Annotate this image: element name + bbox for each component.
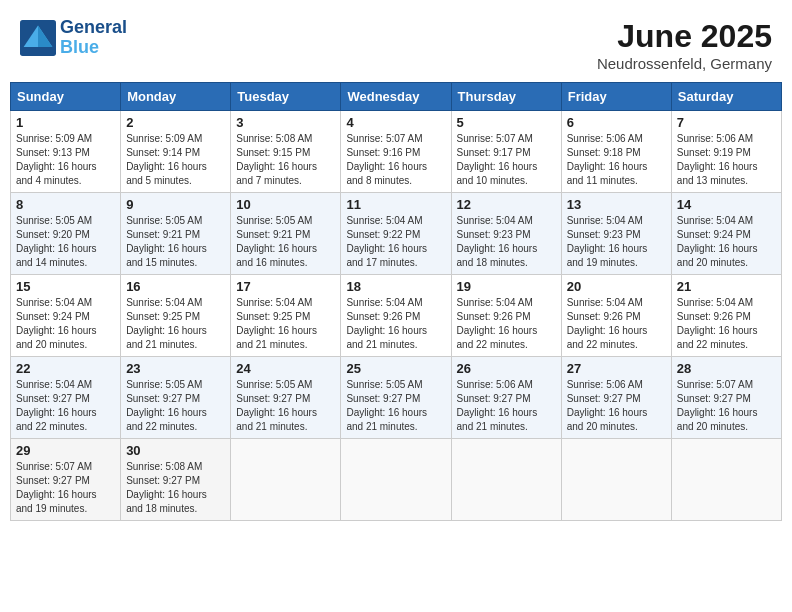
header-thursday: Thursday bbox=[451, 83, 561, 111]
location-title: Neudrossenfeld, Germany bbox=[597, 55, 772, 72]
calendar-cell bbox=[671, 439, 781, 521]
day-info: Sunrise: 5:06 AMSunset: 9:27 PMDaylight:… bbox=[457, 378, 556, 434]
day-info: Sunrise: 5:06 AMSunset: 9:19 PMDaylight:… bbox=[677, 132, 776, 188]
day-number: 15 bbox=[16, 279, 115, 294]
day-info: Sunrise: 5:06 AMSunset: 9:18 PMDaylight:… bbox=[567, 132, 666, 188]
day-info: Sunrise: 5:04 AMSunset: 9:24 PMDaylight:… bbox=[677, 214, 776, 270]
day-number: 27 bbox=[567, 361, 666, 376]
header-tuesday: Tuesday bbox=[231, 83, 341, 111]
day-number: 16 bbox=[126, 279, 225, 294]
day-number: 22 bbox=[16, 361, 115, 376]
day-info: Sunrise: 5:05 AMSunset: 9:21 PMDaylight:… bbox=[126, 214, 225, 270]
header-sunday: Sunday bbox=[11, 83, 121, 111]
calendar-cell: 8Sunrise: 5:05 AMSunset: 9:20 PMDaylight… bbox=[11, 193, 121, 275]
day-number: 26 bbox=[457, 361, 556, 376]
calendar-week-row: 29Sunrise: 5:07 AMSunset: 9:27 PMDayligh… bbox=[11, 439, 782, 521]
day-number: 17 bbox=[236, 279, 335, 294]
day-info: Sunrise: 5:05 AMSunset: 9:27 PMDaylight:… bbox=[346, 378, 445, 434]
calendar-week-row: 8Sunrise: 5:05 AMSunset: 9:20 PMDaylight… bbox=[11, 193, 782, 275]
day-info: Sunrise: 5:05 AMSunset: 9:20 PMDaylight:… bbox=[16, 214, 115, 270]
calendar-cell: 18Sunrise: 5:04 AMSunset: 9:26 PMDayligh… bbox=[341, 275, 451, 357]
day-number: 3 bbox=[236, 115, 335, 130]
calendar-cell: 15Sunrise: 5:04 AMSunset: 9:24 PMDayligh… bbox=[11, 275, 121, 357]
day-info: Sunrise: 5:07 AMSunset: 9:16 PMDaylight:… bbox=[346, 132, 445, 188]
calendar-cell bbox=[561, 439, 671, 521]
logo: General Blue bbox=[20, 18, 127, 58]
page-header: General Blue June 2025 Neudrossenfeld, G… bbox=[10, 10, 782, 76]
day-number: 18 bbox=[346, 279, 445, 294]
calendar-cell bbox=[341, 439, 451, 521]
header-monday: Monday bbox=[121, 83, 231, 111]
day-number: 4 bbox=[346, 115, 445, 130]
calendar-table: SundayMondayTuesdayWednesdayThursdayFrid… bbox=[10, 82, 782, 521]
calendar-cell: 9Sunrise: 5:05 AMSunset: 9:21 PMDaylight… bbox=[121, 193, 231, 275]
calendar-cell bbox=[231, 439, 341, 521]
logo-blue: Blue bbox=[60, 38, 127, 58]
calendar-cell: 16Sunrise: 5:04 AMSunset: 9:25 PMDayligh… bbox=[121, 275, 231, 357]
calendar-week-row: 15Sunrise: 5:04 AMSunset: 9:24 PMDayligh… bbox=[11, 275, 782, 357]
day-number: 1 bbox=[16, 115, 115, 130]
calendar-cell: 4Sunrise: 5:07 AMSunset: 9:16 PMDaylight… bbox=[341, 111, 451, 193]
logo-text: General Blue bbox=[60, 18, 127, 58]
calendar-cell: 26Sunrise: 5:06 AMSunset: 9:27 PMDayligh… bbox=[451, 357, 561, 439]
day-number: 10 bbox=[236, 197, 335, 212]
calendar-cell bbox=[451, 439, 561, 521]
calendar-cell: 19Sunrise: 5:04 AMSunset: 9:26 PMDayligh… bbox=[451, 275, 561, 357]
day-info: Sunrise: 5:07 AMSunset: 9:27 PMDaylight:… bbox=[677, 378, 776, 434]
calendar-week-row: 22Sunrise: 5:04 AMSunset: 9:27 PMDayligh… bbox=[11, 357, 782, 439]
calendar-cell: 22Sunrise: 5:04 AMSunset: 9:27 PMDayligh… bbox=[11, 357, 121, 439]
calendar-cell: 28Sunrise: 5:07 AMSunset: 9:27 PMDayligh… bbox=[671, 357, 781, 439]
day-number: 24 bbox=[236, 361, 335, 376]
day-info: Sunrise: 5:05 AMSunset: 9:27 PMDaylight:… bbox=[126, 378, 225, 434]
calendar-cell: 6Sunrise: 5:06 AMSunset: 9:18 PMDaylight… bbox=[561, 111, 671, 193]
header-saturday: Saturday bbox=[671, 83, 781, 111]
calendar-cell: 29Sunrise: 5:07 AMSunset: 9:27 PMDayligh… bbox=[11, 439, 121, 521]
day-number: 7 bbox=[677, 115, 776, 130]
calendar-cell: 10Sunrise: 5:05 AMSunset: 9:21 PMDayligh… bbox=[231, 193, 341, 275]
day-number: 14 bbox=[677, 197, 776, 212]
day-number: 28 bbox=[677, 361, 776, 376]
logo-icon bbox=[20, 20, 56, 56]
day-number: 13 bbox=[567, 197, 666, 212]
calendar-cell: 25Sunrise: 5:05 AMSunset: 9:27 PMDayligh… bbox=[341, 357, 451, 439]
logo-general: General bbox=[60, 18, 127, 38]
calendar-cell: 5Sunrise: 5:07 AMSunset: 9:17 PMDaylight… bbox=[451, 111, 561, 193]
calendar-cell: 14Sunrise: 5:04 AMSunset: 9:24 PMDayligh… bbox=[671, 193, 781, 275]
day-number: 30 bbox=[126, 443, 225, 458]
day-number: 19 bbox=[457, 279, 556, 294]
calendar-cell: 30Sunrise: 5:08 AMSunset: 9:27 PMDayligh… bbox=[121, 439, 231, 521]
day-info: Sunrise: 5:07 AMSunset: 9:17 PMDaylight:… bbox=[457, 132, 556, 188]
day-info: Sunrise: 5:09 AMSunset: 9:14 PMDaylight:… bbox=[126, 132, 225, 188]
day-number: 2 bbox=[126, 115, 225, 130]
header-friday: Friday bbox=[561, 83, 671, 111]
day-number: 25 bbox=[346, 361, 445, 376]
calendar-cell: 3Sunrise: 5:08 AMSunset: 9:15 PMDaylight… bbox=[231, 111, 341, 193]
calendar-cell: 23Sunrise: 5:05 AMSunset: 9:27 PMDayligh… bbox=[121, 357, 231, 439]
calendar-cell: 12Sunrise: 5:04 AMSunset: 9:23 PMDayligh… bbox=[451, 193, 561, 275]
day-number: 29 bbox=[16, 443, 115, 458]
calendar-cell: 21Sunrise: 5:04 AMSunset: 9:26 PMDayligh… bbox=[671, 275, 781, 357]
day-number: 20 bbox=[567, 279, 666, 294]
day-info: Sunrise: 5:04 AMSunset: 9:24 PMDaylight:… bbox=[16, 296, 115, 352]
calendar-week-row: 1Sunrise: 5:09 AMSunset: 9:13 PMDaylight… bbox=[11, 111, 782, 193]
day-info: Sunrise: 5:08 AMSunset: 9:15 PMDaylight:… bbox=[236, 132, 335, 188]
day-info: Sunrise: 5:04 AMSunset: 9:26 PMDaylight:… bbox=[346, 296, 445, 352]
day-info: Sunrise: 5:04 AMSunset: 9:23 PMDaylight:… bbox=[567, 214, 666, 270]
calendar-cell: 1Sunrise: 5:09 AMSunset: 9:13 PMDaylight… bbox=[11, 111, 121, 193]
day-info: Sunrise: 5:04 AMSunset: 9:26 PMDaylight:… bbox=[567, 296, 666, 352]
day-info: Sunrise: 5:08 AMSunset: 9:27 PMDaylight:… bbox=[126, 460, 225, 516]
day-info: Sunrise: 5:04 AMSunset: 9:22 PMDaylight:… bbox=[346, 214, 445, 270]
day-info: Sunrise: 5:07 AMSunset: 9:27 PMDaylight:… bbox=[16, 460, 115, 516]
day-info: Sunrise: 5:05 AMSunset: 9:27 PMDaylight:… bbox=[236, 378, 335, 434]
day-number: 9 bbox=[126, 197, 225, 212]
calendar-cell: 2Sunrise: 5:09 AMSunset: 9:14 PMDaylight… bbox=[121, 111, 231, 193]
calendar-cell: 11Sunrise: 5:04 AMSunset: 9:22 PMDayligh… bbox=[341, 193, 451, 275]
day-info: Sunrise: 5:04 AMSunset: 9:25 PMDaylight:… bbox=[236, 296, 335, 352]
month-title: June 2025 bbox=[597, 18, 772, 55]
calendar-cell: 17Sunrise: 5:04 AMSunset: 9:25 PMDayligh… bbox=[231, 275, 341, 357]
day-info: Sunrise: 5:04 AMSunset: 9:26 PMDaylight:… bbox=[677, 296, 776, 352]
day-info: Sunrise: 5:05 AMSunset: 9:21 PMDaylight:… bbox=[236, 214, 335, 270]
calendar-cell: 7Sunrise: 5:06 AMSunset: 9:19 PMDaylight… bbox=[671, 111, 781, 193]
day-number: 5 bbox=[457, 115, 556, 130]
calendar-cell: 24Sunrise: 5:05 AMSunset: 9:27 PMDayligh… bbox=[231, 357, 341, 439]
